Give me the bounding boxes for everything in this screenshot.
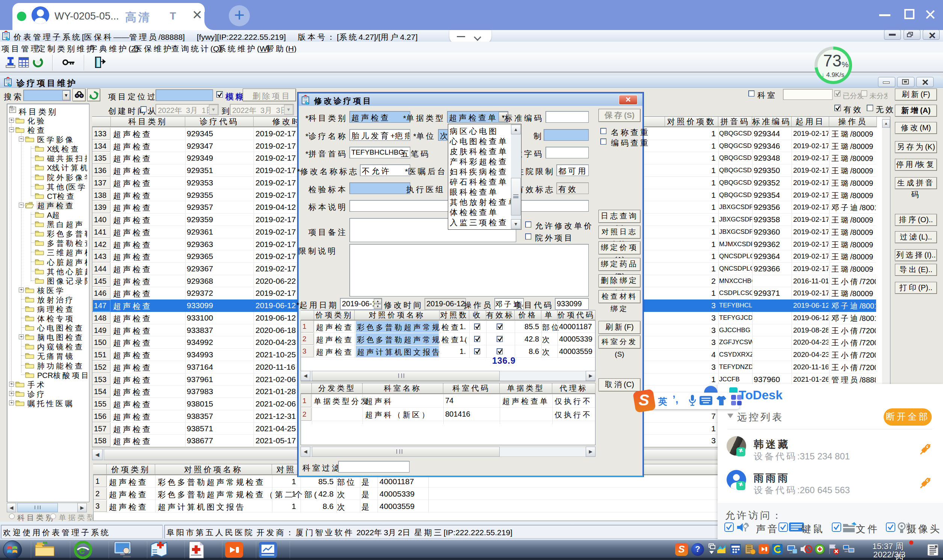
svg-text:e: e	[79, 544, 85, 556]
